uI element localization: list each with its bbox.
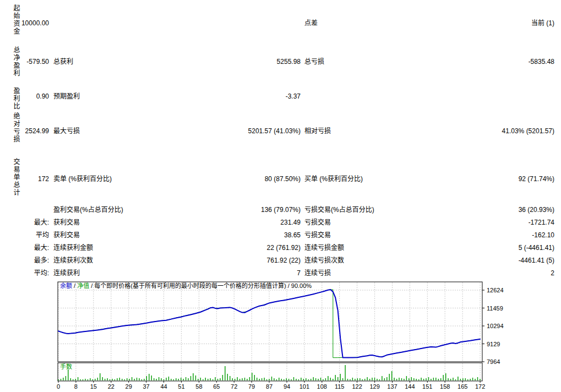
lots-bar [159, 377, 159, 380]
x-axis-label: 37 [143, 383, 149, 390]
lots-bar [306, 378, 306, 380]
balance-chart-frame [58, 282, 482, 362]
lots-bar [347, 379, 348, 380]
lots-bar [377, 379, 377, 380]
lots-bar [161, 378, 161, 380]
lots-bar [63, 378, 63, 380]
lots-bar [186, 377, 186, 380]
lots-bar [455, 379, 456, 380]
lots-bar [284, 379, 284, 380]
x-axis-label: 172 [475, 383, 485, 390]
lots-bar [298, 379, 299, 380]
lots-bar [181, 378, 181, 380]
lots-bar [460, 379, 461, 380]
lots-bar [279, 378, 279, 380]
lots-bar [198, 379, 198, 380]
x-axis-label: 58 [195, 383, 202, 390]
lots-bar [369, 379, 370, 380]
lots-bar [426, 378, 426, 380]
lots-bar [149, 374, 149, 380]
lots-bar [83, 379, 83, 380]
lots-bar [102, 377, 103, 380]
lots-bar [80, 379, 80, 380]
lots-bar [382, 376, 382, 380]
lots-bar [100, 373, 100, 380]
lots-bar [404, 379, 404, 380]
lots-bar [168, 377, 169, 380]
lots-bar [193, 373, 193, 380]
lots-bar [423, 379, 424, 380]
lots-bar [90, 378, 90, 380]
lots-bar [389, 374, 390, 380]
lots-bar [440, 378, 441, 380]
lots-bar [115, 379, 115, 380]
x-axis-label: 129 [369, 383, 379, 390]
lots-bar [173, 379, 174, 380]
lots-bar [379, 379, 380, 380]
lots-bar [386, 377, 387, 380]
lots-bar [105, 379, 105, 380]
series-equity [58, 290, 480, 358]
lots-bar [127, 378, 127, 380]
lots-bar [227, 374, 228, 380]
lots-bar [95, 379, 95, 380]
lots-bar [178, 379, 179, 380]
lots-bar [176, 378, 176, 380]
x-axis-label: 51 [178, 383, 184, 390]
lots-bar [242, 378, 242, 380]
lots-bar [68, 369, 68, 380]
lots-bar [401, 378, 402, 380]
lots-bar [421, 378, 421, 380]
lots-bar [188, 378, 188, 380]
lots-bar [232, 378, 233, 380]
lots-bar [134, 379, 134, 380]
lots-bar [394, 378, 394, 380]
lots-bar [217, 379, 218, 380]
lots-bar [450, 379, 451, 380]
lots-bar [195, 375, 196, 380]
lots-bar [328, 376, 328, 380]
lots-bar [372, 378, 372, 380]
lots-bar [472, 378, 473, 380]
lots-bar [311, 379, 311, 380]
lots-bar [244, 378, 245, 380]
lots-bar [367, 377, 367, 380]
lots-bar [288, 379, 289, 380]
x-axis-label: 72 [231, 383, 237, 390]
lots-bar [164, 379, 164, 380]
lots-bar [92, 379, 93, 380]
lots-bar [399, 378, 399, 380]
lots-bar [200, 378, 201, 380]
x-axis-label: 165 [457, 383, 467, 390]
lots-bar [220, 378, 220, 380]
x-axis-label: 115 [335, 383, 345, 390]
lots-bar [374, 378, 375, 380]
lots-bar [208, 379, 208, 380]
lots-bar [340, 374, 341, 380]
lots-bar [66, 376, 66, 380]
lots-bar [132, 377, 132, 380]
lots-bar [58, 379, 58, 380]
x-axis-label: 15 [90, 383, 97, 390]
lots-bar [266, 379, 267, 380]
lots-bar [457, 377, 458, 380]
lots-bar [166, 378, 166, 380]
lots-bar [215, 377, 215, 380]
lots-bar [384, 378, 385, 380]
balance-and-lots-charts: 0815222937445158657279879410110811512212… [0, 0, 561, 392]
lots-bar [137, 378, 137, 380]
y-axis-label: 10294 [487, 323, 504, 329]
lots-bar [308, 379, 309, 380]
x-axis-label: 144 [405, 383, 415, 390]
lots-bar [237, 377, 237, 380]
lots-bar [433, 378, 434, 380]
lots-bar [139, 378, 139, 380]
lots-bar [416, 379, 417, 380]
lots-bar [144, 379, 144, 380]
lots-bar [477, 377, 478, 380]
y-axis-label: 9129 [487, 341, 500, 347]
lots-bar [330, 378, 331, 380]
lots-bar [453, 378, 453, 380]
x-axis-label: 87 [266, 383, 273, 390]
x-axis-label: 8 [74, 383, 78, 390]
